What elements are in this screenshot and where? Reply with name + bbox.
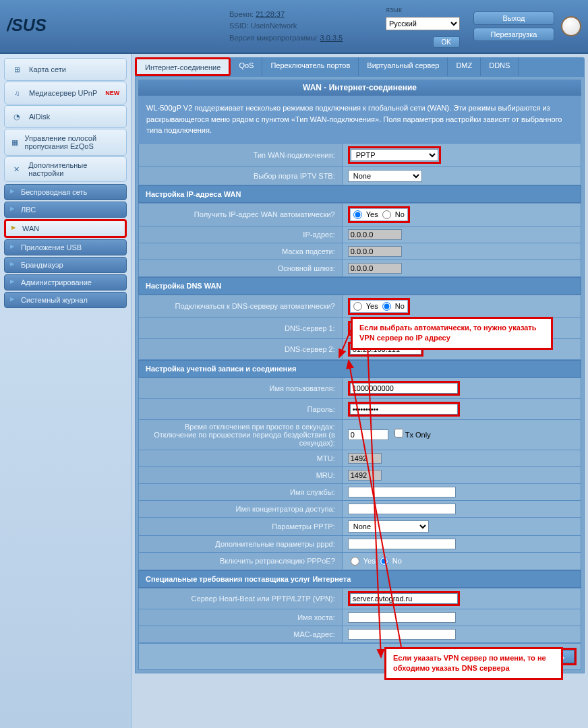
new-badge: NEW [105, 90, 119, 96]
mask-input[interactable] [348, 246, 402, 257]
sidebar-lan[interactable]: ЛВС [4, 202, 127, 218]
pptp-opts-label: Параметры PPTP: [139, 517, 343, 535]
vpn-label: Сервер Heart-Beat или PPTP/L2TP (VPN): [139, 588, 343, 609]
sidebar-network-map[interactable]: ⊞Карта сети [4, 58, 127, 81]
tab-port-trigger[interactable]: Переключатель портов [262, 57, 359, 76]
disk-icon: ◔ [10, 110, 24, 123]
pppoe-yes[interactable] [351, 557, 359, 566]
time-value[interactable]: 21:28:37 [256, 10, 285, 18]
auto-dns-yes[interactable] [353, 302, 362, 311]
sidebar-media[interactable]: ♫Медиасервер UPnPNEW [4, 82, 127, 104]
tools-icon: ✕ [10, 162, 23, 176]
pass-input[interactable] [350, 404, 458, 415]
fw-label: Версия микропрограммы: [229, 34, 318, 42]
brand-logo: /SUS [7, 6, 108, 47]
header-lang: язык Русский OK [386, 5, 467, 48]
time-label: Время: [229, 10, 254, 18]
txonly-checkbox[interactable] [394, 429, 403, 437]
sidebar-aidisk[interactable]: ◔AiDisk [4, 105, 127, 128]
tab-ddns[interactable]: DDNS [481, 57, 519, 76]
auto-dns-label: Подключаться к DNS-серверу автоматически… [139, 295, 343, 317]
sidebar-firewall[interactable]: Брандмауэр [4, 257, 127, 273]
service-input[interactable] [348, 487, 456, 497]
sidebar-wireless[interactable]: Беспроводная сеть [4, 184, 127, 200]
mru-label: MRU: [139, 466, 343, 483]
idle-input[interactable] [348, 429, 388, 440]
auto-ip-label: Получить IP-адрес WAN автоматически? [139, 203, 343, 226]
section-isp: Специальные требования поставщика услуг … [138, 570, 581, 588]
tab-bar: Интернет-соединение QoS Переключатель по… [135, 57, 585, 76]
pass-label: Пароль: [139, 398, 343, 419]
sidebar-usb[interactable]: Приложение USB [4, 239, 127, 255]
section-wan-ip: Настройка IP-адреса WAN [138, 185, 581, 203]
ac-input[interactable] [348, 504, 456, 514]
mask-label: Маска подсети: [139, 243, 343, 260]
svg-text:/SUS: /SUS [7, 16, 47, 34]
wan-type-label: Тип WAN-подключения: [139, 143, 343, 166]
iptv-select[interactable]: None [348, 170, 422, 182]
pppd-input[interactable] [348, 539, 456, 549]
tab-connection[interactable]: Интернет-соединение [135, 57, 231, 76]
user-input[interactable] [350, 383, 458, 394]
lang-select[interactable]: Русский [386, 17, 460, 30]
host-label: Имя хоста: [139, 609, 343, 626]
ac-label: Имя концентратора доступа: [139, 500, 343, 517]
gw-label: Основной шлюз: [139, 260, 343, 276]
gw-input[interactable] [348, 263, 402, 274]
lang-label: язык [386, 5, 402, 13]
ssid-label: SSID: [229, 22, 249, 30]
sidebar-admin[interactable]: Администрирование [4, 274, 127, 291]
mac-label: MAC-адрес: [139, 626, 343, 642]
reboot-button[interactable]: Перезагрузка [473, 28, 554, 41]
mtu-input[interactable] [348, 453, 382, 464]
header-info: Время: 21:28:37 SSID: UseinNetwork Верси… [108, 9, 386, 44]
media-icon: ♫ [10, 86, 24, 100]
section-dns: Настройка DNS WAN [138, 277, 581, 295]
auto-dns-no[interactable] [382, 302, 391, 311]
network-icon: ⊞ [10, 63, 24, 76]
annotation-1: Если выбрать автоматически, то нужно ука… [351, 317, 553, 350]
mtu-label: MTU: [139, 450, 343, 466]
pppoe-no[interactable] [380, 557, 388, 566]
sidebar-ezqos[interactable]: ▦Управление полосой пропускания EzQoS [4, 129, 127, 156]
auto-ip-no[interactable] [382, 210, 391, 219]
pppd-label: Дополнительные параметры pppd: [139, 535, 343, 552]
sidebar-advanced[interactable]: ✕Дополнительные настройки [4, 156, 127, 182]
annotation-2: Если указать VPN сервер по имени, то не … [384, 647, 563, 680]
sidebar-wan[interactable]: WAN [4, 219, 127, 238]
service-label: Имя службы: [139, 483, 343, 500]
pppoe-relay-label: Включить ретрансляцию PPPoE? [139, 552, 343, 570]
header: /SUS Время: 21:28:37 SSID: UseinNetwork … [0, 0, 588, 54]
logout-button[interactable]: Выход [473, 11, 554, 25]
bandwidth-icon: ▦ [10, 135, 19, 149]
section-account: Настройка учетной записи и соединения [138, 360, 581, 377]
mascot-icon [561, 16, 581, 36]
auto-ip-yes[interactable] [353, 210, 362, 219]
wan-type-select[interactable]: PPTP [351, 149, 438, 161]
panel-title: WAN - Интернет-соединение [138, 80, 581, 96]
fw-value[interactable]: 3.0.3.5 [320, 34, 343, 42]
pptp-select[interactable]: None [348, 520, 429, 533]
tab-qos[interactable]: QoS [231, 57, 262, 76]
panel-description: WL-500gP V2 поддерживает несколько режим… [138, 96, 581, 143]
iptv-label: Выбор порта IPTV STB: [139, 166, 343, 185]
dns2-label: DNS-сервер 2: [139, 338, 343, 359]
ip-input[interactable] [348, 229, 402, 240]
dns1-label: DNS-сервер 1: [139, 317, 343, 338]
ok-button[interactable]: OK [433, 36, 460, 48]
user-label: Имя пользователя: [139, 377, 343, 398]
host-input[interactable] [348, 612, 456, 623]
tab-virtual-server[interactable]: Виртуальный сервер [359, 57, 448, 76]
mac-input[interactable] [348, 629, 456, 640]
ip-label: IP-адрес: [139, 226, 343, 243]
idle-label: Время отключения при простое в секундах:… [139, 419, 343, 450]
tab-dmz[interactable]: DMZ [448, 57, 481, 76]
main-content: Интернет-соединение QoS Переключатель по… [131, 54, 588, 728]
mru-input[interactable] [348, 470, 382, 481]
vpn-input[interactable] [350, 593, 458, 604]
ssid-value: UseinNetwork [251, 22, 297, 30]
sidebar: ⊞Карта сети ♫Медиасервер UPnPNEW ◔AiDisk… [0, 54, 131, 728]
sidebar-syslog[interactable]: Системный журнал [4, 292, 127, 308]
